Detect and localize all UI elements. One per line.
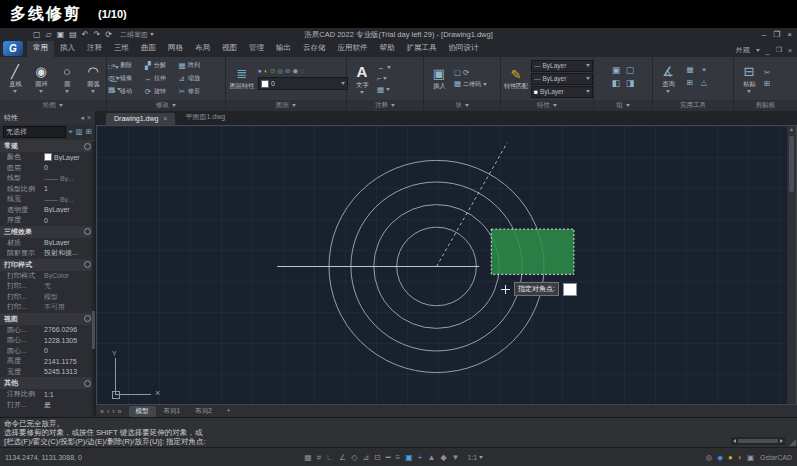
text-button[interactable]: A 文字	[350, 64, 374, 94]
layer-off-icon[interactable]: ⊘	[285, 67, 290, 75]
property-row[interactable]: 圆心...0	[0, 346, 95, 357]
selection-filter-dropdown[interactable]: 无选择	[3, 126, 66, 138]
ribbon-tab[interactable]: 视图	[216, 40, 243, 57]
modify-tool-button[interactable]: ▞ 分解	[144, 59, 178, 72]
ribbon-tab[interactable]: 云存储	[297, 40, 332, 57]
palette-close-icon[interactable]: ×	[87, 114, 91, 122]
properties-panel-label[interactable]: 特性	[501, 100, 593, 111]
appearance-menu[interactable]: 外观	[736, 45, 750, 55]
doc-minimize-button[interactable]: _	[766, 47, 770, 54]
refresh-icon[interactable]: ⟳	[105, 30, 112, 40]
property-row[interactable]: 打印...不可用	[0, 302, 95, 313]
layer-freeze-icon[interactable]: ◐	[264, 67, 268, 75]
property-row[interactable]: 阴影显示投射和接...	[0, 248, 95, 259]
bylayer-dropdown[interactable]: — ByLayer	[531, 73, 593, 85]
match-properties-button[interactable]: ✎ 特性匹配	[504, 67, 528, 90]
dynamic-input-field[interactable]	[563, 283, 577, 296]
palette-scrollbar-thumb[interactable]	[92, 311, 95, 349]
ribbon-tab[interactable]: 管理	[243, 40, 270, 57]
property-row[interactable]: 高度2141.1175	[0, 356, 95, 367]
property-row[interactable]: 颜色ByLayer	[0, 152, 95, 163]
ribbon-tab[interactable]: 注释	[81, 40, 108, 57]
id-point-icon[interactable]: ⌖	[702, 66, 706, 79]
property-row[interactable]: 透明度ByLayer	[0, 205, 95, 216]
section-header-plot-style[interactable]: 打印样式	[0, 259, 95, 271]
lineweight-icon[interactable]: ━	[386, 453, 391, 462]
qr-code-button[interactable]: ▦ 二维码	[454, 80, 487, 89]
ribbon-tab[interactable]: 扩展工具	[401, 40, 443, 57]
doc-restore-button[interactable]: ❐	[776, 46, 782, 54]
select-objects-icon[interactable]: ⌖	[68, 127, 72, 137]
modify-tool-button[interactable]: + 移动	[110, 85, 144, 98]
property-row[interactable]: 打开...是	[0, 400, 95, 411]
group-icon[interactable]: ▣	[612, 66, 621, 79]
draw-panel-label[interactable]: 绘图	[0, 100, 106, 111]
ribbon-tab[interactable]: 曲面	[135, 40, 162, 57]
modify-tool-button[interactable]: ✂ 修剪	[178, 85, 212, 98]
new-file-icon[interactable]: ▢	[33, 30, 41, 40]
annotation-icon[interactable]: ▲	[428, 453, 436, 462]
property-row[interactable]: 宽度5245.1313	[0, 367, 95, 378]
layer-on-icon[interactable]: ●	[258, 67, 262, 75]
scroll-up-icon[interactable]: ▲	[789, 126, 794, 132]
bylayer-dropdown[interactable]: — ByLayer	[531, 60, 593, 72]
property-row[interactable]: 图层0	[0, 163, 95, 174]
modify-tool-button[interactable]: ↔ 拉伸	[144, 72, 178, 85]
ribbon-tab[interactable]: 常用	[27, 40, 54, 57]
draw-tool-button[interactable]: ◉ 圆环	[29, 64, 53, 93]
dynamic-input-icon[interactable]: +	[418, 453, 423, 462]
update-icon[interactable]: ◗	[737, 453, 742, 462]
save-icon[interactable]: ▣	[57, 30, 65, 40]
layer-match-icon[interactable]: ◉	[292, 67, 298, 75]
layer-properties-button[interactable]: ≣ 图层特性	[229, 66, 255, 91]
section-header-3d-effects[interactable]: 三维效果	[0, 226, 95, 238]
modify-tool-button[interactable]: ◫ 镜像	[110, 72, 144, 85]
plot-icon[interactable]: ▤	[69, 30, 77, 40]
section-header-misc[interactable]: 其他	[0, 377, 95, 389]
calculator-icon[interactable]: ▦	[686, 66, 693, 79]
layer-lock-icon[interactable]: ⊙	[270, 67, 275, 75]
document-tab-drawing1[interactable]: Drawing1.dwg ×	[106, 113, 175, 125]
property-row[interactable]: 圆心...1228.1305	[0, 335, 95, 346]
modify-tool-button[interactable]: × 删除	[110, 59, 144, 72]
undo-icon[interactable]: ↶	[82, 30, 89, 40]
layer-previous-icon[interactable]: ◌	[300, 67, 304, 75]
bylayer-dropdown[interactable]: ■ ByLayer	[531, 86, 593, 98]
selection-cycling-icon[interactable]: ▣	[405, 453, 413, 462]
redo-icon[interactable]: ↷	[94, 30, 101, 40]
palette-autohide-icon[interactable]: ◂	[80, 114, 84, 122]
measure-button[interactable]: ∡ 查询	[656, 64, 680, 93]
close-button[interactable]: ×	[787, 30, 792, 39]
pickadd-icon[interactable]: ⊞	[86, 127, 92, 137]
maximize-button[interactable]: ❐	[773, 30, 780, 39]
otrack-icon[interactable]: ⊿	[362, 453, 369, 462]
layers-panel-label[interactable]: 图层	[226, 100, 346, 111]
grid-icon[interactable]: #	[317, 453, 321, 462]
property-row[interactable]: 线型—— By...	[0, 173, 95, 184]
layer-dropdown[interactable]: 0	[258, 77, 348, 90]
ribbon-tab[interactable]: 应用软件	[332, 40, 374, 57]
property-row[interactable]: 厚度0	[0, 215, 95, 226]
last-layout-icon[interactable]: »	[118, 408, 122, 415]
draw-tool-button[interactable]: ╱ 直线	[3, 64, 27, 93]
isodraft-icon[interactable]: ◇	[351, 453, 357, 462]
group-select-icon[interactable]: ◨	[626, 79, 635, 92]
minimize-button[interactable]: –	[762, 30, 766, 39]
tips-icon[interactable]: ●	[728, 453, 733, 462]
create-block-icon[interactable]: ▢	[454, 69, 461, 77]
prev-layout-icon[interactable]: ‹	[107, 408, 109, 415]
scroll-left-icon[interactable]	[733, 439, 736, 443]
quick-select-icon[interactable]: ▥	[76, 127, 83, 137]
workspace-icon[interactable]: ◆	[440, 453, 446, 462]
auto-scale-icon[interactable]: ▼	[452, 453, 460, 462]
insert-block-button[interactable]: ▣ 插入	[427, 66, 451, 91]
draw-tool-button[interactable]: ○ 圆	[55, 64, 79, 93]
osnap-icon[interactable]: ⊡	[374, 453, 381, 462]
property-row[interactable]: 线宽—— By...	[0, 194, 95, 205]
ribbon-tab[interactable]: 协同设计	[443, 40, 485, 57]
group-panel-label[interactable]: 组	[594, 100, 652, 111]
annotate-panel-label[interactable]: 注释	[347, 100, 423, 111]
transparency-icon[interactable]: ≡	[396, 453, 401, 462]
quick-select-icon[interactable]: ⊞	[687, 79, 693, 92]
ribbon-tab[interactable]: 插入	[54, 40, 81, 57]
